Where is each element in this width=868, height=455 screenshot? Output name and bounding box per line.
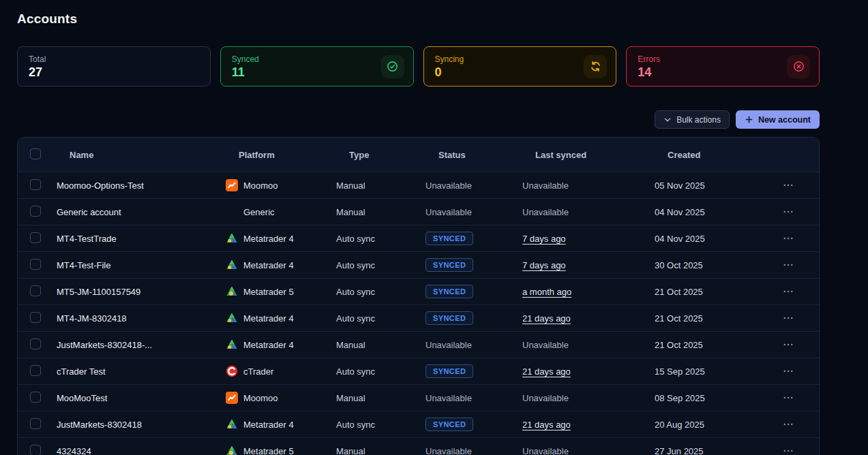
ellipsis-icon: [783, 396, 793, 399]
row-checkbox[interactable]: [30, 179, 41, 190]
platform-label: Moomoo: [243, 393, 278, 403]
status-cell: SYNCED: [425, 232, 522, 245]
sync-type: Auto sync: [336, 420, 425, 430]
row-actions-button[interactable]: [779, 420, 797, 428]
last-synced-cell: Unavailable: [522, 207, 655, 217]
created-date: 20 Aug 2025: [655, 420, 757, 430]
stat-value: 0: [435, 65, 605, 80]
row-actions-button[interactable]: [779, 394, 797, 402]
x-circle-icon: [787, 55, 810, 78]
account-name: cTrader Test: [57, 366, 226, 377]
status-badge-synced: SYNCED: [425, 285, 473, 298]
select-all-checkbox[interactable]: [30, 148, 41, 159]
plus-icon: [745, 115, 753, 124]
status-cell: Unavailable: [425, 207, 522, 217]
row-checkbox[interactable]: [30, 206, 41, 217]
account-name: Generic account: [57, 207, 226, 217]
row-checkbox[interactable]: [30, 312, 41, 323]
sync-type: Auto sync: [336, 287, 425, 297]
status-cell: SYNCED: [425, 418, 522, 431]
stat-card-errors: Errors 14: [626, 46, 820, 87]
row-actions-button[interactable]: [779, 181, 797, 189]
last-synced-link[interactable]: a month ago: [522, 287, 571, 297]
ellipsis-icon: [783, 370, 793, 373]
created-date: 27 Jun 2025: [655, 446, 757, 455]
created-date: 21 Oct 2025: [655, 340, 757, 350]
stat-label: Syncing: [435, 54, 605, 64]
row-actions-button[interactable]: [779, 287, 797, 296]
last-synced-cell: Unavailable: [522, 393, 655, 403]
row-actions-button[interactable]: [779, 314, 797, 322]
status-cell: Unavailable: [425, 340, 522, 350]
sync-type: Auto sync: [336, 313, 425, 324]
row-checkbox[interactable]: [30, 445, 41, 455]
mt4-platform-icon: [226, 339, 238, 351]
platform-label: cTrader: [243, 366, 273, 377]
row-checkbox[interactable]: [30, 259, 41, 270]
sync-type: Manual: [336, 393, 425, 403]
platform-label: Metatrader 5: [243, 446, 294, 455]
row-checkbox[interactable]: [30, 339, 41, 349]
row-actions-button[interactable]: [779, 341, 797, 349]
new-account-button[interactable]: New account: [736, 110, 820, 129]
chevron-down-icon: [663, 116, 672, 124]
created-date: 15 Sep 2025: [655, 366, 757, 377]
row-checkbox[interactable]: [30, 285, 41, 296]
table-row: cTrader Test cTrader Auto sync SYNCED 21…: [18, 358, 819, 384]
stat-card-syncing: Syncing 0: [423, 46, 617, 87]
row-actions-button[interactable]: [779, 367, 797, 375]
moomoo-platform-icon: [226, 179, 238, 191]
sync-type: Manual: [336, 207, 425, 217]
ellipsis-icon: [783, 423, 793, 426]
row-checkbox[interactable]: [30, 232, 41, 243]
status-badge-synced: SYNCED: [425, 232, 473, 245]
ellipsis-icon: [783, 210, 793, 213]
last-synced-link[interactable]: 7 days ago: [522, 234, 566, 244]
table-row: MT4-TestTrade Metatrader 4 Auto sync SYN…: [18, 225, 819, 251]
created-date: 04 Nov 2025: [655, 207, 757, 217]
sync-type: Manual: [336, 340, 425, 350]
account-name: MT4-TestTrade: [57, 234, 226, 244]
ellipsis-icon: [783, 317, 793, 319]
row-checkbox[interactable]: [30, 365, 41, 376]
created-date: 08 Sep 2025: [655, 393, 757, 403]
stat-value: 11: [232, 65, 402, 80]
stat-label: Errors: [638, 54, 808, 64]
created-date: 21 Oct 2025: [655, 287, 757, 297]
last-synced-cell: 21 days ago: [522, 420, 655, 430]
row-actions-button[interactable]: [779, 234, 797, 242]
account-name-link[interactable]: JustMarkets-8302418-...: [57, 340, 226, 350]
created-date: 21 Oct 2025: [655, 313, 757, 324]
row-actions-button[interactable]: [779, 208, 797, 216]
row-actions-button[interactable]: [779, 261, 797, 269]
status-cell: SYNCED: [425, 258, 522, 272]
last-synced-cell: Unavailable: [522, 340, 655, 350]
last-synced-link[interactable]: 7 days ago: [522, 260, 566, 270]
platform-label: Metatrader 4: [243, 313, 294, 324]
sync-type: Manual: [336, 181, 425, 191]
sync-type: Manual: [336, 446, 425, 455]
row-checkbox[interactable]: [30, 418, 41, 429]
table-row: MT5-JM-1100157549 Metatrader 5 Auto sync…: [18, 278, 819, 304]
ctrader-platform-icon: [226, 365, 238, 377]
page-title: Accounts: [17, 12, 820, 27]
last-synced-link[interactable]: 21 days ago: [522, 313, 571, 324]
table-body: Moomoo-Options-Test Moomoo Manual Unavai…: [18, 172, 819, 455]
stat-card-total: Total 27: [17, 46, 211, 87]
row-checkbox[interactable]: [30, 392, 41, 403]
mt4-platform-icon: [226, 232, 238, 245]
table-row: Moomoo-Options-Test Moomoo Manual Unavai…: [18, 172, 819, 198]
column-header-name: Name: [57, 150, 226, 160]
account-name: 4324324: [57, 446, 226, 455]
ellipsis-icon: [783, 264, 793, 266]
sync-type: Auto sync: [336, 366, 425, 377]
bulk-actions-button[interactable]: Bulk actions: [655, 110, 730, 129]
last-synced-link[interactable]: 21 days ago: [522, 420, 571, 430]
platform-label: Metatrader 4: [243, 260, 294, 270]
last-synced-link[interactable]: 21 days ago: [522, 366, 571, 377]
table-row: MT4-Test-File Metatrader 4 Auto sync SYN…: [18, 251, 819, 278]
row-actions-button[interactable]: [779, 447, 797, 455]
table-row: MooMooTest Moomoo Manual Unavailable Una…: [18, 384, 819, 411]
table-row: JustMarkets-8302418 Metatrader 4 Auto sy…: [18, 411, 819, 437]
table-row: MT4-JM-8302418 Metatrader 4 Auto sync SY…: [18, 304, 819, 331]
